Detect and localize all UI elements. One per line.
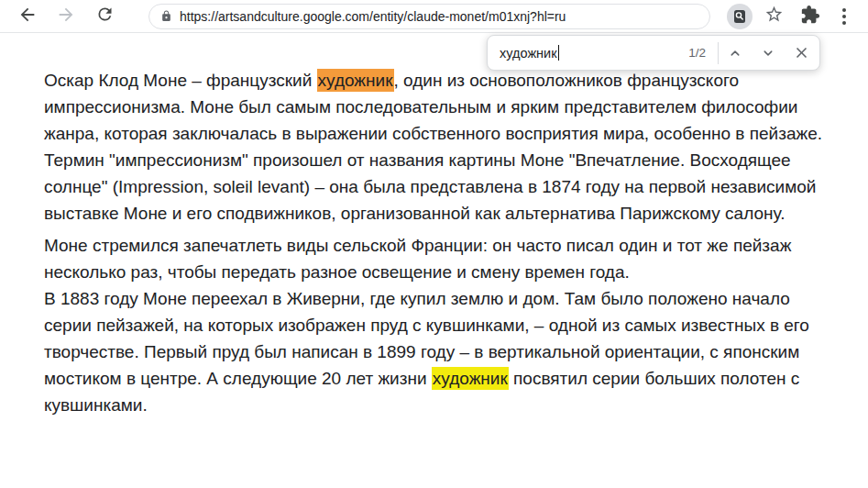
article: Оскар Клод Моне – французский художник, … (0, 33, 825, 418)
paragraph: Оскар Клод Моне – французский художник, … (44, 67, 823, 227)
find-next-button[interactable] (752, 37, 785, 70)
back-arrow-icon (17, 5, 38, 28)
close-icon (793, 44, 810, 61)
text-run: Моне стремился запечатлеть виды сельской… (44, 236, 791, 282)
text-caret (558, 45, 560, 61)
page-search-icon (732, 9, 747, 24)
three-dot-menu-icon (842, 8, 846, 25)
find-close-button[interactable] (785, 37, 818, 70)
find-query-text: художник (500, 46, 557, 61)
puzzle-icon (800, 5, 820, 28)
paragraph: Моне стремился запечатлеть виды сельской… (44, 232, 823, 418)
find-match-active: художник (317, 69, 394, 92)
address-bar[interactable]: https://artsandculture.google.com/entity… (148, 4, 710, 29)
browser-toolbar: https://artsandculture.google.com/entity… (0, 0, 868, 33)
lock-icon (160, 10, 172, 22)
extensions-button[interactable] (795, 2, 826, 31)
menu-button[interactable] (831, 2, 857, 31)
text-run: , один из основоположников французского … (44, 71, 822, 223)
bookmark-button[interactable] (758, 2, 789, 31)
reload-button[interactable] (88, 2, 121, 31)
page-search-button[interactable] (727, 4, 753, 29)
back-button[interactable] (11, 2, 44, 31)
find-previous-button[interactable] (719, 37, 752, 70)
star-icon (764, 5, 784, 28)
chevron-down-icon (760, 45, 776, 61)
chevron-up-icon (727, 45, 743, 61)
find-match: художник (432, 367, 509, 390)
reload-icon (95, 5, 115, 28)
url-text: https://artsandculture.google.com/entity… (180, 9, 566, 24)
forward-arrow-icon (56, 5, 76, 28)
find-bar: художник 1/2 (487, 35, 820, 71)
find-input[interactable]: художник (488, 45, 688, 61)
forward-button[interactable] (49, 2, 82, 31)
find-match-counter: 1/2 (688, 46, 706, 60)
text-run: Оскар Клод Моне – французский (44, 71, 317, 90)
